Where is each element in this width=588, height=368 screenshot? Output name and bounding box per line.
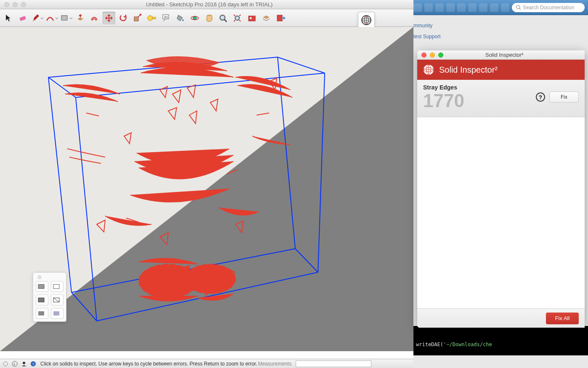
- svg-line-38: [257, 113, 269, 115]
- style-thumb[interactable]: [51, 294, 64, 305]
- svg-text:?: ?: [32, 362, 34, 366]
- svg-point-49: [23, 362, 25, 364]
- bg-link[interactable]: test Support: [413, 31, 588, 42]
- svg-point-46: [3, 362, 8, 366]
- svg-rect-40: [53, 284, 59, 289]
- svg-line-25: [48, 77, 72, 292]
- zoom-tool[interactable]: [217, 12, 230, 24]
- offset-tool[interactable]: [88, 12, 101, 24]
- bg-icon[interactable]: [479, 3, 487, 12]
- traffic-min[interactable]: [13, 2, 18, 7]
- status-bar: i ? Click on solids to inspect. Use arro…: [0, 359, 413, 368]
- inspector-footer: Fix All: [417, 308, 585, 328]
- geo-icon[interactable]: [2, 360, 9, 368]
- paint-bucket-tool[interactable]: [174, 12, 187, 24]
- bg-icon[interactable]: [457, 3, 466, 12]
- inspector-zoom[interactable]: [438, 53, 443, 58]
- bg-icon[interactable]: [490, 3, 498, 12]
- svg-line-43: [53, 298, 59, 302]
- inspector-header: Solid Inspector²: [417, 60, 585, 80]
- move-tool[interactable]: [103, 12, 115, 24]
- globe-icon: [422, 63, 435, 76]
- orbit-tool[interactable]: [188, 12, 201, 24]
- pan-tool[interactable]: [203, 12, 215, 24]
- bg-icon[interactable]: [468, 3, 477, 12]
- issue-label: Stray Edges: [423, 84, 536, 91]
- bg-icon[interactable]: [424, 3, 433, 12]
- bg-icon[interactable]: [501, 3, 509, 12]
- select-tool[interactable]: [3, 12, 15, 24]
- zoom-extents-tool[interactable]: [231, 12, 244, 24]
- bg-icon[interactable]: [446, 3, 455, 12]
- svg-line-22: [278, 57, 325, 73]
- palette-handle[interactable]: [37, 275, 42, 279]
- styles-palette[interactable]: [33, 272, 66, 322]
- help-glyph: ?: [539, 94, 542, 100]
- bg-icon[interactable]: [435, 3, 444, 12]
- console-path: '~/Downloads/che: [443, 342, 492, 347]
- inspector-close[interactable]: [421, 53, 426, 58]
- arc-tool[interactable]: [45, 12, 58, 24]
- fix-all-button[interactable]: Fix All: [546, 313, 579, 324]
- svg-point-14: [235, 16, 239, 20]
- scale-tool[interactable]: [131, 12, 144, 24]
- inspector-minimize[interactable]: [430, 53, 435, 58]
- svg-rect-2: [19, 16, 26, 21]
- svg-point-9: [182, 19, 184, 21]
- inspector-header-title: Solid Inspector²: [439, 65, 498, 75]
- svg-line-32: [72, 292, 97, 321]
- push-pull-tool[interactable]: [74, 12, 87, 24]
- measurements-field[interactable]: [296, 360, 371, 367]
- help-icon[interactable]: ?: [29, 360, 37, 368]
- main-toolbar: A1: [0, 9, 413, 27]
- rotate-tool[interactable]: [117, 12, 130, 24]
- svg-text:A1: A1: [164, 15, 168, 19]
- svg-line-1: [519, 8, 521, 10]
- svg-rect-39: [38, 284, 44, 289]
- style-thumb[interactable]: [36, 308, 48, 319]
- bg-icon[interactable]: [413, 3, 422, 12]
- svg-rect-41: [38, 298, 44, 302]
- pencil-tool[interactable]: [31, 12, 44, 24]
- solid-inspector-tool-button[interactable]: [358, 12, 375, 29]
- eraser-tool[interactable]: [17, 12, 29, 24]
- inspector-titlebar: Solid Inspector²: [417, 50, 585, 60]
- style-thumb[interactable]: [36, 281, 48, 292]
- viewport-3d[interactable]: [0, 27, 413, 351]
- traffic-max[interactable]: [21, 2, 26, 7]
- issue-help-button[interactable]: ?: [536, 92, 545, 102]
- globe-icon: [360, 14, 372, 26]
- status-hint: Click on solids to inspect. Use arrow ke…: [40, 361, 257, 367]
- measurements-label: Measurements: [258, 361, 291, 367]
- layers-tool[interactable]: [260, 12, 273, 24]
- style-thumb[interactable]: [51, 308, 64, 319]
- issue-fix-button[interactable]: Fix: [549, 92, 579, 103]
- svg-point-5: [148, 16, 153, 21]
- svg-line-13: [224, 19, 227, 22]
- text-tool[interactable]: A1: [160, 12, 172, 24]
- tape-measure-tool[interactable]: [146, 12, 158, 24]
- console-cmd: writeDAE(: [416, 342, 443, 347]
- svg-rect-45: [53, 311, 59, 315]
- background-toolbar-icons: [413, 3, 509, 12]
- svg-rect-3: [61, 16, 67, 20]
- svg-line-27: [318, 73, 325, 272]
- person-icon[interactable]: [20, 360, 28, 368]
- background-topbar: Search Documentation: [413, 0, 588, 15]
- style-thumb[interactable]: [36, 294, 48, 305]
- export-tool[interactable]: [274, 12, 287, 24]
- svg-line-24: [76, 73, 325, 97]
- inspector-window-title: Solid Inspector²: [443, 52, 585, 58]
- traffic-close[interactable]: [4, 2, 9, 7]
- inspector-issue-row[interactable]: Stray Edges 1770 ? Fix: [417, 80, 585, 117]
- search-documentation-input[interactable]: Search Documentation: [512, 3, 585, 12]
- solid-inspector-panel: Solid Inspector² Solid Inspector² Stray …: [417, 50, 585, 328]
- svg-rect-6: [152, 17, 156, 19]
- bg-link[interactable]: mmunity: [413, 20, 588, 31]
- style-thumb[interactable]: [51, 281, 64, 292]
- warehouse-tool[interactable]: [246, 12, 258, 24]
- svg-line-37: [86, 113, 99, 116]
- inspector-body: Stray Edges 1770 ? Fix: [417, 80, 585, 308]
- rectangle-tool[interactable]: [60, 12, 72, 24]
- info-icon[interactable]: i: [11, 360, 19, 368]
